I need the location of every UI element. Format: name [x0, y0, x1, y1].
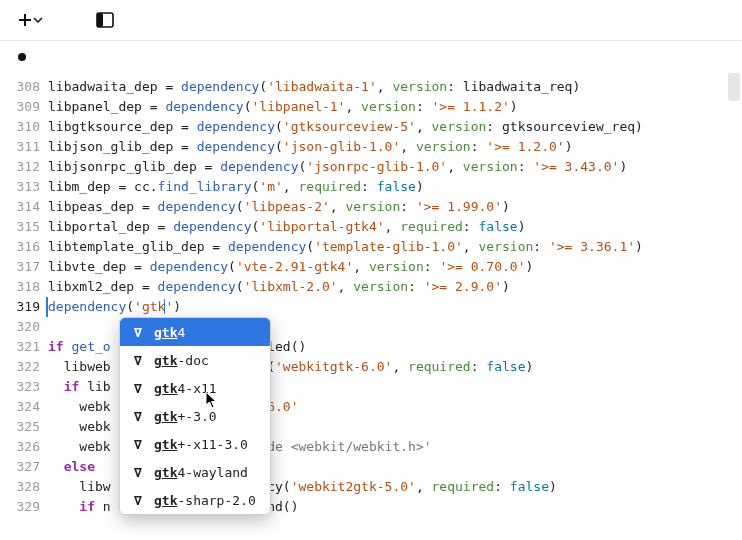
line-number: 310 [0, 117, 48, 137]
autocomplete-label: gtk4-wayland [154, 465, 248, 480]
value-kind-icon: ∇ [130, 381, 146, 396]
code-line[interactable]: libjson_glib_dep = dependency('json-glib… [48, 137, 724, 157]
code-line[interactable]: libgtksource_dep = dependency('gtksource… [48, 117, 724, 137]
line-number: 312 [0, 157, 48, 177]
line-number: 324 [0, 397, 48, 417]
cursor-line-marker [46, 297, 48, 317]
value-kind-icon: ∇ [130, 409, 146, 424]
value-kind-icon: ∇ [130, 493, 146, 508]
code-line[interactable]: libm_dep = cc.find_library('m', required… [48, 177, 724, 197]
autocomplete-item[interactable]: ∇gtk4-wayland [120, 458, 270, 486]
chevron-down-icon [33, 15, 43, 25]
toolbar [0, 0, 742, 41]
code-line[interactable]: libpeas_dep = dependency('libpeas-2', ve… [48, 197, 724, 217]
line-number: 315 [0, 217, 48, 237]
value-kind-icon: ∇ [130, 325, 146, 340]
value-kind-icon: ∇ [130, 465, 146, 480]
code-line[interactable]: libtemplate_glib_dep = dependency('templ… [48, 237, 724, 257]
line-number: 328 [0, 477, 48, 497]
autocomplete-item[interactable]: ∇gtk+-x11-3.0 [120, 430, 270, 458]
editor[interactable]: 3083093103113123133143153163173183193203… [0, 73, 742, 540]
autocomplete-item[interactable]: ∇gtk4 [120, 318, 270, 346]
value-kind-icon: ∇ [130, 353, 146, 368]
code-line[interactable]: libvte_dep = dependency('vte-2.91-gtk4',… [48, 257, 724, 277]
value-kind-icon: ∇ [130, 437, 146, 452]
line-number: 327 [0, 457, 48, 477]
autocomplete-label: gtk4-x11 [154, 381, 217, 396]
text-cursor [164, 299, 165, 314]
autocomplete-label: gtk4 [154, 325, 185, 340]
autocomplete-item[interactable]: ∇gtk+-3.0 [120, 402, 270, 430]
tab-strip [0, 41, 742, 73]
line-number-gutter: 3083093103113123133143153163173183193203… [0, 73, 48, 517]
new-file-dropdown-button[interactable] [8, 6, 52, 34]
scrollbar-strip[interactable] [728, 73, 740, 540]
line-number: 326 [0, 437, 48, 457]
line-number: 316 [0, 237, 48, 257]
code-line[interactable]: libpanel_dep = dependency('libpanel-1', … [48, 97, 724, 117]
svg-rect-1 [97, 13, 103, 27]
line-number: 323 [0, 377, 48, 397]
autocomplete-label: gtk-doc [154, 353, 209, 368]
panel-icon [96, 12, 114, 28]
autocomplete-item[interactable]: ∇gtk-doc [120, 346, 270, 374]
line-number: 311 [0, 137, 48, 157]
line-number: 314 [0, 197, 48, 217]
line-number: 317 [0, 257, 48, 277]
line-number: 309 [0, 97, 48, 117]
line-number: 313 [0, 177, 48, 197]
tab-modified-indicator[interactable] [18, 53, 26, 61]
code-line[interactable]: libadwaita_dep = dependency('libadwaita-… [48, 77, 724, 97]
code-line[interactable]: libxml2_dep = dependency('libxml-2.0', v… [48, 277, 724, 297]
line-number: 319 [0, 297, 48, 317]
line-number: 329 [0, 497, 48, 517]
panel-toggle-button[interactable] [88, 6, 122, 34]
line-number: 318 [0, 277, 48, 297]
autocomplete-label: gtk+-x11-3.0 [154, 437, 248, 452]
code-line[interactable]: libportal_dep = dependency('libportal-gt… [48, 217, 724, 237]
plus-icon [17, 12, 33, 28]
line-number: 322 [0, 357, 48, 377]
autocomplete-label: gtk-sharp-2.0 [154, 493, 256, 508]
line-number: 325 [0, 417, 48, 437]
autocomplete-popup[interactable]: ∇gtk4∇gtk-doc∇gtk4-x11∇gtk+-3.0∇gtk+-x11… [119, 317, 271, 515]
code-line[interactable]: dependency('gtk') [48, 297, 724, 317]
line-number: 320 [0, 317, 48, 337]
autocomplete-label: gtk+-3.0 [154, 409, 217, 424]
autocomplete-item[interactable]: ∇gtk4-x11 [120, 374, 270, 402]
line-number: 321 [0, 337, 48, 357]
code-line[interactable]: libjsonrpc_glib_dep = dependency('jsonrp… [48, 157, 724, 177]
line-number: 308 [0, 77, 48, 97]
autocomplete-item[interactable]: ∇gtk-sharp-2.0 [120, 486, 270, 514]
